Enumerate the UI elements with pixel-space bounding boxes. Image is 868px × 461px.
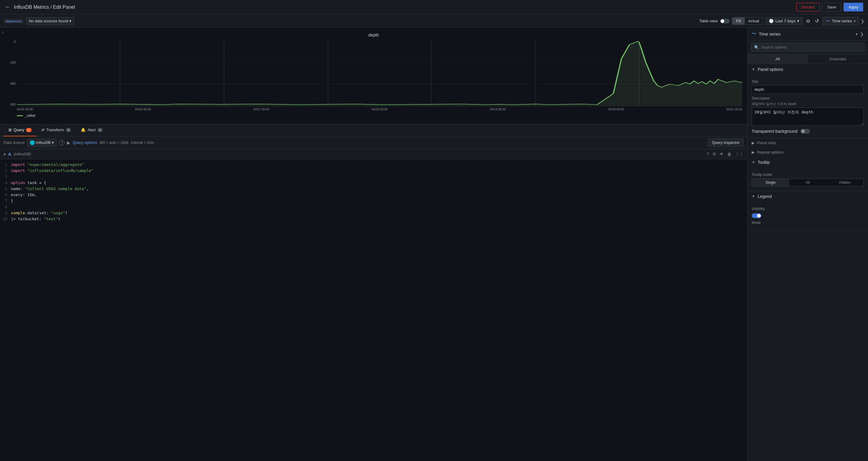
table-view-toggle: Table view	[699, 19, 730, 24]
query-db-label: (InfluxDB)	[13, 152, 31, 156]
query-delete-button[interactable]: 🗑	[727, 151, 732, 156]
code-line-9: 9 sample.data(set: "usgs")	[0, 210, 747, 216]
transparent-bg-toggle[interactable]	[801, 129, 810, 134]
legend-section-header[interactable]: ▼ Legend	[747, 191, 868, 202]
search-options-input[interactable]	[751, 43, 864, 52]
query-help-button[interactable]: ?	[707, 151, 709, 156]
visibility-toggle[interactable]	[752, 213, 761, 218]
title-input[interactable]	[752, 85, 864, 94]
legend-label: _value	[25, 113, 35, 118]
tab-transform[interactable]: ⇄ Transform 0	[36, 124, 76, 136]
chart-info-icon[interactable]: i	[2, 30, 3, 34]
time-range-selector[interactable]: 🕐 Last 7 days ▾	[766, 17, 803, 25]
tooltip-hidden-button[interactable]: Hidden	[827, 179, 864, 186]
panel-side-expand-icon[interactable]: ❯	[860, 32, 864, 36]
main-layout: i depth 600 400 200 0	[0, 28, 868, 461]
query-options-button[interactable]: Query options	[73, 140, 97, 145]
description-field-label: Description	[752, 96, 864, 100]
legend-section: ▼ Legend Visibility Mode	[747, 191, 868, 231]
description-hint: 20일부터 일어난 지진의 depth	[752, 102, 864, 106]
panel-type-icon: 〜	[752, 31, 756, 37]
tab-transform-label: Transform	[46, 127, 64, 132]
save-button[interactable]: Save	[822, 3, 841, 11]
title-field-label: Title	[752, 80, 864, 84]
panel-options-section: ▼ Panel options Title Description 20일부터 …	[747, 64, 868, 138]
tab-all-button[interactable]: All	[747, 54, 808, 64]
code-editor[interactable]: 1 import "experimental/aggregate" 2 impo…	[0, 159, 747, 225]
panel-links-chevron-icon: ▶	[752, 141, 755, 145]
influxdb-logo-icon	[30, 140, 35, 145]
tab-alert-badge: 0	[97, 128, 103, 132]
no-datasource-label: No data sources found	[29, 19, 68, 23]
back-button[interactable]: ←	[5, 4, 10, 10]
repeat-options-label: Repeat options	[757, 150, 783, 154]
panel-type-header[interactable]: 〜 Time series ▾ ❯	[747, 28, 868, 40]
query-inspector-button[interactable]: Query inspector	[708, 139, 744, 147]
repeat-options-row[interactable]: ▶ Repeat options	[747, 147, 868, 157]
time-range-arrow: ▾	[797, 19, 799, 23]
panel-type-name: Time series	[759, 32, 853, 36]
time-range-label: Last 7 days	[775, 19, 796, 23]
panel-links-label: Panel links	[757, 141, 776, 145]
description-textarea[interactable]: 20일부터 일어난 지진의 depth	[752, 107, 864, 125]
tab-query[interactable]: ⊞ Query 1	[4, 124, 36, 136]
influxdb-selector[interactable]: InfluxDB ▾	[27, 139, 57, 147]
tab-query-badge: 1	[26, 128, 31, 132]
query-more-button[interactable]: ⋮⋮	[735, 151, 744, 156]
tooltip-single-button[interactable]: Single	[752, 179, 789, 186]
query-options-label: Query options	[73, 140, 97, 145]
tab-transform-badge: 0	[66, 128, 71, 132]
refresh-button[interactable]: ↺	[814, 17, 820, 25]
fill-button[interactable]: Fill	[733, 18, 745, 24]
tooltip-mode-group: Single All Hidden	[752, 179, 864, 186]
panel-options-header[interactable]: ▼ Panel options	[747, 64, 868, 75]
page-title: InfluxDB Metrics / Edit Panel	[14, 4, 793, 10]
visibility-toggle-row	[752, 213, 864, 218]
tab-alert[interactable]: 🔔 Alert 0	[76, 124, 107, 136]
chart-area: i depth 600 400 200 0	[0, 28, 747, 124]
chart-title: depth	[5, 33, 742, 37]
zoom-button[interactable]: ⊖	[805, 17, 811, 25]
tooltip-mode-label: Tooltip mode	[752, 173, 864, 177]
query-options-collapse-icon[interactable]: ▶	[67, 140, 70, 145]
discard-button[interactable]: Discard	[796, 3, 820, 11]
legend-body: Visibility Mode	[747, 202, 868, 230]
actual-button[interactable]: Actual	[745, 18, 763, 24]
influxdb-dropdown-icon: ▾	[52, 140, 54, 145]
toolbar: datasource No data sources found ▾ Table…	[0, 15, 868, 28]
datasource-selector[interactable]: No data sources found ▾	[26, 17, 74, 25]
query-expand-icon[interactable]: ▾	[4, 152, 6, 156]
panel-options-title: Panel options	[758, 67, 783, 72]
tooltip-body: Tooltip mode Single All Hidden	[747, 168, 868, 191]
panel-expand-icon[interactable]: ❯	[861, 19, 864, 24]
legend-color-swatch	[17, 115, 23, 116]
tab-overrides-button[interactable]: Overrides	[808, 54, 868, 64]
query-toolbar: Data source InfluxDB ▾ ? ▶ Query options…	[0, 136, 747, 149]
tooltip-title: Tooltip	[758, 160, 770, 165]
panel-type-dropdown-icon: ▾	[854, 19, 856, 23]
code-line-10: 10 |> to(bucket: "test")	[0, 216, 747, 222]
query-copy-button[interactable]: ⧉	[713, 151, 716, 156]
datasource-dropdown-arrow: ▾	[69, 19, 71, 23]
panel-type-label[interactable]: Time series	[832, 19, 852, 23]
table-view-switch[interactable]	[720, 19, 730, 24]
help-icon[interactable]: ?	[59, 140, 64, 145]
query-header: ▾ A (InfluxDB) ? ⧉ 👁 🗑 ⋮⋮	[0, 149, 747, 159]
influxdb-label: InfluxDB	[36, 140, 51, 145]
code-line-6: 6 every: 15m,	[0, 192, 747, 198]
transparent-bg-row: Transparent background	[752, 129, 864, 134]
panel-links-row[interactable]: ▶ Panel links	[747, 138, 868, 147]
interval-label: Interval = 10m	[131, 141, 154, 145]
md-label: MD = auto = 1008	[99, 141, 128, 145]
apply-button[interactable]: Apply	[844, 3, 863, 11]
tooltip-section-header[interactable]: ▼ Tooltip	[747, 157, 868, 168]
legend-chevron-icon: ▼	[752, 194, 755, 199]
query-eye-button[interactable]: 👁	[719, 151, 724, 156]
code-line-8: 8	[0, 204, 747, 210]
chart-y-axis: 600 400 200 0	[5, 40, 17, 106]
query-editor-area: ▾ A (InfluxDB) ? ⧉ 👁 🗑 ⋮⋮ 1 import "expe…	[0, 149, 747, 461]
search-icon: 🔍	[754, 45, 759, 50]
tooltip-all-button[interactable]: All	[789, 179, 826, 186]
visibility-label: Visibility	[752, 207, 864, 211]
query-actions: ? ⧉ 👁 🗑 ⋮⋮	[707, 151, 744, 156]
